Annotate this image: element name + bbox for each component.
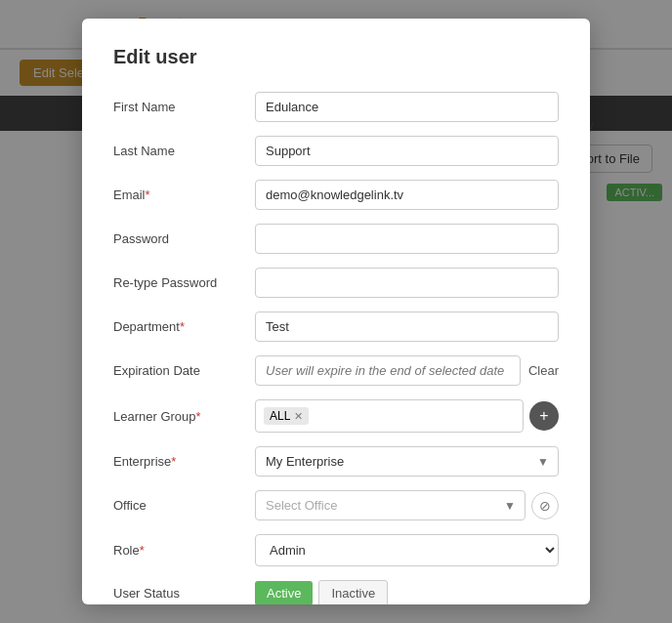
last-name-input[interactable] bbox=[255, 136, 559, 166]
user-status-row: User Status Active Inactive bbox=[113, 580, 559, 604]
expiration-date-input[interactable] bbox=[255, 355, 521, 386]
first-name-label: First Name bbox=[113, 100, 255, 114]
first-name-input[interactable] bbox=[255, 92, 559, 122]
email-label: Email* bbox=[113, 187, 255, 202]
clear-button[interactable]: Clear bbox=[528, 363, 559, 378]
office-clear-button[interactable]: ⊘ bbox=[531, 492, 559, 519]
retype-password-input[interactable] bbox=[255, 268, 559, 298]
password-label: Password bbox=[113, 231, 255, 246]
enterprise-row: Enterprise* My Enterprise ▼ bbox=[113, 446, 559, 477]
first-name-row: First Name bbox=[113, 92, 559, 122]
role-select[interactable]: Admin bbox=[255, 534, 559, 566]
status-wrapper: Active Inactive bbox=[255, 580, 388, 604]
learner-tag: ALL ✕ bbox=[264, 407, 309, 425]
learner-group-row: Learner Group* ALL ✕ + bbox=[113, 399, 559, 433]
department-row: Department* bbox=[113, 312, 559, 342]
learner-group-input[interactable]: ALL ✕ bbox=[255, 399, 524, 433]
enterprise-label: Enterprise* bbox=[113, 454, 255, 469]
office-wrapper: Select Office ▼ ⊘ bbox=[255, 490, 559, 520]
last-name-label: Last Name bbox=[113, 144, 255, 158]
learner-tag-remove[interactable]: ✕ bbox=[294, 410, 303, 423]
enterprise-select-wrapper: My Enterprise ▼ bbox=[255, 446, 559, 477]
learner-wrapper: ALL ✕ + bbox=[255, 399, 559, 433]
role-row: Role* Admin bbox=[113, 534, 559, 566]
user-status-label: User Status bbox=[113, 586, 255, 601]
enterprise-select[interactable]: My Enterprise bbox=[255, 446, 559, 477]
inactive-status-button[interactable]: Inactive bbox=[318, 580, 388, 604]
learner-group-label: Learner Group* bbox=[113, 409, 255, 424]
office-row: Office Select Office ▼ ⊘ bbox=[113, 490, 559, 520]
role-label: Role* bbox=[113, 543, 255, 558]
expiration-date-row: Expiration Date Clear bbox=[113, 355, 559, 386]
last-name-row: Last Name bbox=[113, 136, 559, 166]
password-row: Password bbox=[113, 224, 559, 254]
expiration-date-label: Expiration Date bbox=[113, 363, 255, 378]
retype-password-row: Re-type Password bbox=[113, 268, 559, 298]
department-input[interactable] bbox=[255, 312, 559, 342]
add-learner-button[interactable]: + bbox=[529, 401, 559, 431]
office-label: Office bbox=[113, 498, 255, 513]
active-status-button[interactable]: Active bbox=[255, 581, 313, 604]
modal-title: Edit user bbox=[113, 46, 559, 68]
modal-overlay: Edit user First Name Last Name Email* Pa… bbox=[0, 0, 672, 623]
email-row: Email* bbox=[113, 180, 559, 210]
retype-password-label: Re-type Password bbox=[113, 275, 255, 290]
email-input[interactable] bbox=[255, 180, 559, 210]
edit-user-modal: Edit user First Name Last Name Email* Pa… bbox=[82, 19, 590, 604]
department-label: Department* bbox=[113, 319, 255, 334]
expiration-wrapper: Clear bbox=[255, 355, 559, 386]
office-select-wrap: Select Office ▼ bbox=[255, 490, 525, 520]
password-input[interactable] bbox=[255, 224, 559, 254]
office-select[interactable]: Select Office bbox=[255, 490, 525, 520]
